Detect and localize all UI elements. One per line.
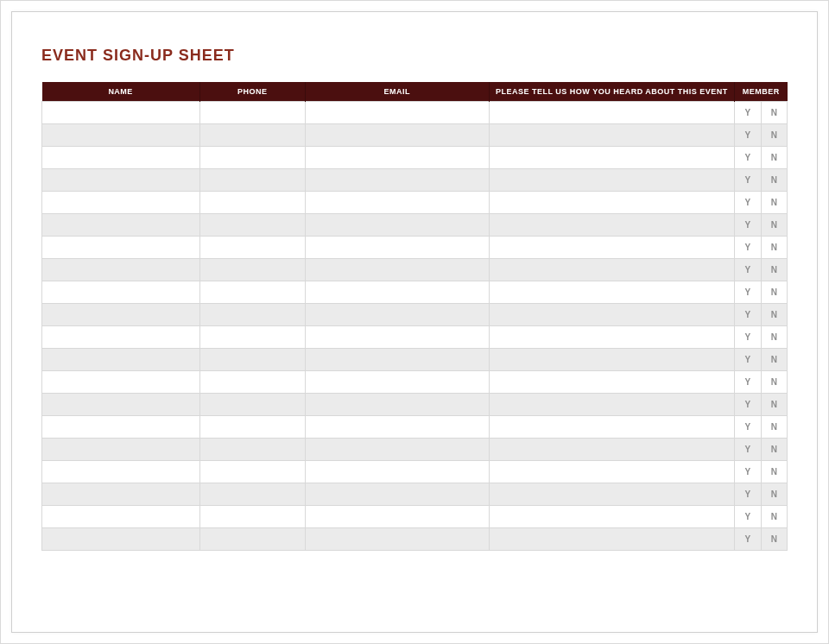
member-yes[interactable]: Y [735, 483, 761, 506]
cell-name[interactable] [42, 349, 200, 371]
cell-phone[interactable] [199, 259, 305, 281]
cell-phone[interactable] [199, 528, 305, 551]
cell-email[interactable] [305, 416, 489, 439]
member-no[interactable]: N [761, 214, 787, 237]
cell-name[interactable] [42, 371, 200, 394]
cell-phone[interactable] [199, 237, 305, 259]
member-yes[interactable]: Y [735, 147, 761, 169]
cell-email[interactable] [305, 192, 489, 214]
cell-phone[interactable] [199, 169, 305, 192]
member-yes[interactable]: Y [735, 506, 761, 528]
member-yes[interactable]: Y [735, 102, 761, 124]
member-yes[interactable]: Y [735, 281, 761, 304]
cell-heard[interactable] [489, 147, 734, 169]
cell-email[interactable] [305, 461, 489, 483]
member-no[interactable]: N [761, 169, 787, 192]
cell-email[interactable] [305, 483, 489, 506]
cell-name[interactable] [42, 394, 200, 416]
member-yes[interactable]: Y [735, 461, 761, 483]
cell-heard[interactable] [489, 169, 734, 192]
cell-name[interactable] [42, 102, 200, 124]
cell-email[interactable] [305, 214, 489, 237]
member-no[interactable]: N [761, 147, 787, 169]
cell-heard[interactable] [489, 124, 734, 147]
cell-name[interactable] [42, 259, 200, 281]
member-yes[interactable]: Y [735, 259, 761, 281]
member-yes[interactable]: Y [735, 214, 761, 237]
member-no[interactable]: N [761, 461, 787, 483]
member-yes[interactable]: Y [735, 304, 761, 326]
cell-heard[interactable] [489, 349, 734, 371]
member-no[interactable]: N [761, 304, 787, 326]
cell-name[interactable] [42, 147, 200, 169]
cell-name[interactable] [42, 528, 200, 551]
cell-email[interactable] [305, 371, 489, 394]
cell-phone[interactable] [199, 394, 305, 416]
cell-name[interactable] [42, 461, 200, 483]
cell-email[interactable] [305, 326, 489, 349]
cell-name[interactable] [42, 281, 200, 304]
cell-name[interactable] [42, 214, 200, 237]
cell-heard[interactable] [489, 192, 734, 214]
member-no[interactable]: N [761, 528, 787, 551]
cell-heard[interactable] [489, 304, 734, 326]
cell-name[interactable] [42, 192, 200, 214]
member-no[interactable]: N [761, 439, 787, 461]
cell-email[interactable] [305, 349, 489, 371]
member-yes[interactable]: Y [735, 237, 761, 259]
cell-name[interactable] [42, 304, 200, 326]
cell-heard[interactable] [489, 371, 734, 394]
cell-phone[interactable] [199, 461, 305, 483]
cell-email[interactable] [305, 304, 489, 326]
cell-phone[interactable] [199, 214, 305, 237]
cell-heard[interactable] [489, 461, 734, 483]
member-yes[interactable]: Y [735, 416, 761, 439]
member-no[interactable]: N [761, 349, 787, 371]
cell-heard[interactable] [489, 439, 734, 461]
cell-heard[interactable] [489, 214, 734, 237]
member-no[interactable]: N [761, 259, 787, 281]
member-yes[interactable]: Y [735, 371, 761, 394]
cell-heard[interactable] [489, 416, 734, 439]
member-no[interactable]: N [761, 102, 787, 124]
cell-heard[interactable] [489, 281, 734, 304]
cell-heard[interactable] [489, 237, 734, 259]
cell-name[interactable] [42, 169, 200, 192]
member-yes[interactable]: Y [735, 124, 761, 147]
cell-phone[interactable] [199, 147, 305, 169]
cell-heard[interactable] [489, 483, 734, 506]
cell-phone[interactable] [199, 483, 305, 506]
cell-email[interactable] [305, 394, 489, 416]
cell-name[interactable] [42, 483, 200, 506]
member-no[interactable]: N [761, 124, 787, 147]
cell-phone[interactable] [199, 506, 305, 528]
cell-email[interactable] [305, 169, 489, 192]
member-yes[interactable]: Y [735, 394, 761, 416]
cell-phone[interactable] [199, 124, 305, 147]
cell-heard[interactable] [489, 102, 734, 124]
member-no[interactable]: N [761, 326, 787, 349]
cell-email[interactable] [305, 281, 489, 304]
member-yes[interactable]: Y [735, 439, 761, 461]
cell-name[interactable] [42, 506, 200, 528]
member-yes[interactable]: Y [735, 326, 761, 349]
member-no[interactable]: N [761, 281, 787, 304]
cell-email[interactable] [305, 506, 489, 528]
cell-phone[interactable] [199, 416, 305, 439]
member-no[interactable]: N [761, 237, 787, 259]
cell-email[interactable] [305, 528, 489, 551]
cell-name[interactable] [42, 124, 200, 147]
cell-heard[interactable] [489, 259, 734, 281]
cell-email[interactable] [305, 439, 489, 461]
cell-phone[interactable] [199, 281, 305, 304]
member-yes[interactable]: Y [735, 349, 761, 371]
member-no[interactable]: N [761, 192, 787, 214]
cell-phone[interactable] [199, 439, 305, 461]
cell-name[interactable] [42, 237, 200, 259]
member-yes[interactable]: Y [735, 528, 761, 551]
cell-email[interactable] [305, 259, 489, 281]
cell-heard[interactable] [489, 326, 734, 349]
cell-phone[interactable] [199, 102, 305, 124]
member-no[interactable]: N [761, 394, 787, 416]
member-no[interactable]: N [761, 371, 787, 394]
